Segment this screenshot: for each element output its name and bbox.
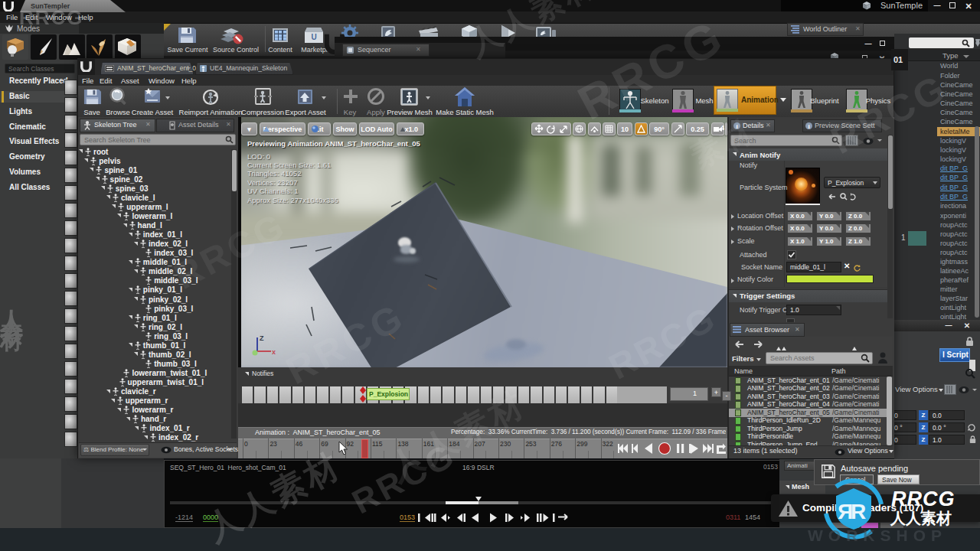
svg-text:i: i: [808, 123, 809, 130]
svg-text:R: R: [851, 500, 866, 523]
svg-text:U: U: [311, 33, 316, 41]
svg-text:x: x: [272, 348, 276, 356]
svg-text:Z: Z: [260, 334, 264, 342]
svg-text:i: i: [736, 123, 737, 130]
